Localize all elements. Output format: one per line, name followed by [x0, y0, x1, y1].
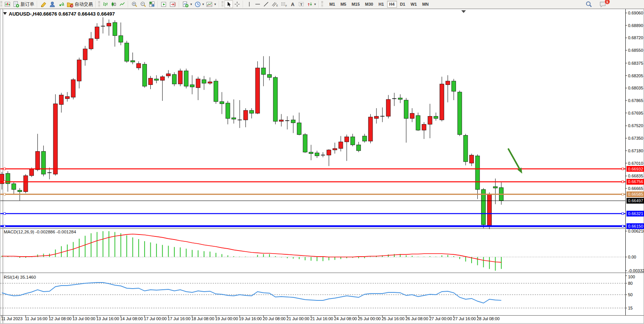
svg-text:0.67350: 0.67350 [628, 136, 643, 140]
svg-text:F: F [285, 5, 287, 7]
zoom-out-icon[interactable] [139, 0, 148, 8]
svg-text:0.66665: 0.66665 [628, 186, 643, 191]
svg-text:0.69060: 0.69060 [628, 11, 643, 15]
candle-body [428, 116, 432, 124]
svg-text:0.006216: 0.006216 [628, 229, 644, 233]
toolbar-grip[interactable] [0, 1, 2, 7]
chat-icon[interactable]: 1 [598, 0, 607, 8]
periods-icon[interactable]: ▾ [193, 0, 206, 8]
fibonacci-icon[interactable]: F [279, 0, 289, 8]
toolbar-grip[interactable] [321, 1, 323, 7]
toolbar-grip[interactable] [222, 1, 223, 7]
new-order-button[interactable]: 新订单 [12, 0, 35, 8]
line-handle[interactable] [4, 213, 6, 215]
trading-platform: { "toolbar": { "new_order_label": "新订单",… [0, 0, 644, 324]
line-handle[interactable] [622, 168, 624, 170]
candle-body [41, 152, 46, 174]
line-handle[interactable] [622, 213, 624, 215]
candle-body [113, 22, 117, 36]
line-handle[interactable] [622, 181, 624, 183]
vertical-line-icon[interactable] [245, 0, 253, 8]
timeframe-H4[interactable]: H4 [387, 1, 397, 8]
svg-text:0.68205: 0.68205 [628, 73, 643, 78]
candle-body [250, 110, 254, 113]
timeframe-H1[interactable]: H1 [376, 1, 386, 8]
candle-body [291, 120, 295, 123]
svg-text:E: E [276, 4, 278, 7]
toolbar-grip[interactable] [98, 1, 100, 7]
crayon-icon[interactable] [39, 0, 48, 8]
candle-body [410, 113, 414, 118]
candle-body [333, 148, 337, 150]
autoscroll-icon[interactable] [160, 0, 169, 8]
candle-body [178, 71, 182, 84]
bar-chart-icon[interactable] [101, 0, 110, 8]
separator [319, 1, 319, 8]
line-handle[interactable] [622, 225, 624, 227]
line-handle[interactable] [4, 181, 6, 183]
crosshair-icon[interactable] [233, 0, 241, 8]
price-line-label: 0.66756 [628, 179, 643, 184]
rsi-label: RSI(14) 35.1460 [4, 275, 36, 279]
autotrading-label: 自动交易 [75, 0, 93, 8]
chevron-down-icon: ▾ [202, 2, 204, 6]
line-handle[interactable] [4, 193, 6, 195]
date-axis[interactable]: 11 Jul 202311 Jul 16:0012 Jul 08:0013 Ju… [1, 316, 500, 321]
new-chart-icon[interactable]: ▾ [181, 0, 193, 8]
candle-body [416, 115, 420, 130]
chart-title-symbol: AUDUSD-,H4 [9, 11, 40, 17]
chat-badge: 1 [604, 0, 610, 5]
tile-windows-icon[interactable] [148, 0, 156, 8]
candle-body [172, 75, 176, 84]
chart-shift-icon[interactable] [169, 0, 177, 8]
candle-body [398, 98, 402, 99]
signal-icon[interactable] [57, 0, 65, 8]
line-handle[interactable] [4, 168, 6, 170]
line-handle[interactable] [622, 193, 624, 195]
timeframe-M5[interactable]: M5 [338, 1, 348, 8]
timeframe-D1[interactable]: D1 [398, 1, 408, 8]
profile-icon[interactable] [48, 0, 57, 8]
svg-text:0.68035: 0.68035 [628, 86, 643, 90]
date-label: 13 Jul 00:00 [72, 316, 95, 321]
line-handle[interactable] [4, 225, 6, 227]
candle-body [368, 117, 373, 141]
timeframe-W1[interactable]: W1 [408, 1, 419, 8]
cursor-icon[interactable] [225, 0, 233, 8]
label-icon[interactable]: T [297, 0, 306, 8]
candlestick-icon[interactable] [110, 0, 118, 8]
candle-body [166, 74, 171, 76]
arrows-icon[interactable]: ▾ [306, 0, 317, 8]
search-icon[interactable] [584, 0, 593, 8]
timeframe-MN[interactable]: MN [420, 1, 431, 8]
text-icon[interactable]: A [289, 0, 297, 8]
svg-text:0.68550: 0.68550 [628, 48, 643, 53]
templates-icon[interactable]: ▾ [205, 0, 217, 8]
candle-body [155, 79, 159, 80]
horizontal-line-icon[interactable] [253, 0, 262, 8]
date-label: 28 Jul 08:00 [477, 316, 500, 321]
candle-body [327, 150, 331, 155]
zoom-in-icon[interactable] [130, 0, 139, 8]
line-chart-icon[interactable] [118, 0, 126, 8]
candle-body [95, 27, 99, 39]
chart-icon[interactable] [3, 0, 12, 8]
svg-text:0.67180: 0.67180 [628, 148, 643, 153]
channel-icon[interactable]: E [270, 0, 279, 8]
timeframe-M15[interactable]: M15 [349, 1, 362, 8]
candle-body [160, 77, 164, 80]
svg-text:A: A [291, 2, 294, 7]
chart-area[interactable]: 0.690600.688900.687200.685500.683750.682… [0, 0, 644, 324]
separator [96, 1, 96, 8]
candle-body [344, 137, 349, 142]
candle-body [469, 155, 473, 163]
timeframe-M30[interactable]: M30 [363, 1, 375, 8]
svg-text:-0.00332: -0.00332 [628, 268, 644, 273]
trendline-icon[interactable] [262, 0, 270, 8]
candle-body [131, 61, 135, 62]
chevron-down-icon: ▾ [314, 2, 316, 6]
chevron-down-icon: ▾ [190, 2, 192, 6]
new-order-label: 新订单 [21, 0, 34, 8]
autotrading-button[interactable]: 自动交易 [65, 0, 94, 8]
timeframe-M1[interactable]: M1 [327, 1, 337, 8]
